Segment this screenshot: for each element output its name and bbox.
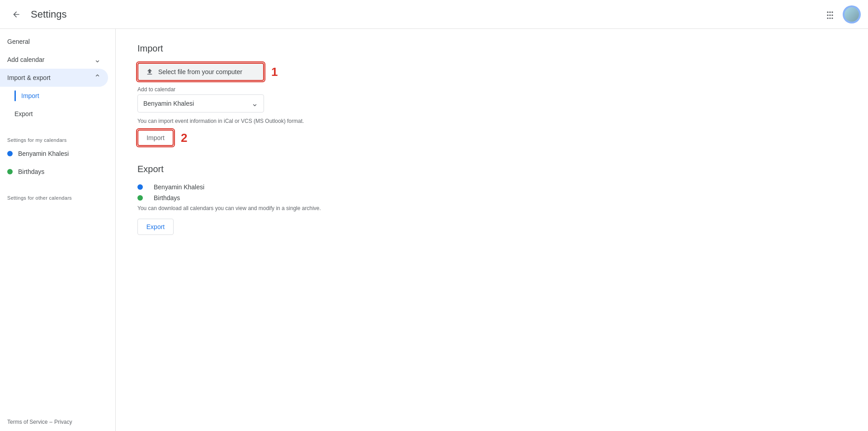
apps-icon[interactable] (821, 5, 839, 23)
export-info-text: You can download all calendars you can v… (137, 205, 846, 211)
layout: General Add calendar ⌄ Import & export ⌃… (0, 29, 868, 431)
dropdown-chevron-icon: ⌄ (251, 98, 258, 108)
select-file-button[interactable]: Select file from your computer (137, 63, 264, 81)
sidebar-subsection-import-export: Import Export (7, 87, 115, 123)
export-section-title: Export (137, 164, 846, 174)
terms-link[interactable]: Terms of Service (7, 419, 47, 425)
topbar-left: Settings (7, 5, 67, 23)
select-file-wrapper: Select file from your computer (137, 63, 264, 81)
privacy-link[interactable]: Privacy (54, 419, 72, 425)
active-indicator (14, 90, 16, 101)
import-info-text: You can import event information in iCal… (137, 118, 846, 124)
avatar-image (844, 7, 859, 22)
sidebar-item-add-calendar[interactable]: Add calendar ⌄ (0, 51, 108, 69)
export-calendar-item-2: Birthdays (137, 194, 846, 201)
upload-icon (146, 68, 154, 76)
chevron-up-icon: ⌃ (94, 73, 101, 83)
annotation-1: 1 (271, 66, 278, 78)
export-calendar-item-1: Benyamin Khalesi (137, 183, 846, 191)
sidebar-item-general[interactable]: General (0, 33, 108, 51)
export-dot-blue (137, 184, 143, 190)
export-section: Export Benyamin Khalesi Birthdays You ca… (137, 164, 846, 235)
import-btn-wrapper: Import (137, 130, 174, 146)
sidebar-item-export[interactable]: Export (7, 105, 108, 123)
sidebar-item-birthdays[interactable]: Birthdays (0, 163, 108, 181)
sidebar-item-import-export[interactable]: Import & export ⌃ (0, 69, 108, 87)
settings-my-calendars-label: Settings for my calendars (0, 130, 115, 145)
annotation-2: 2 (181, 132, 187, 144)
calendar-dot-green (7, 169, 13, 174)
calendar-dot-blue (7, 151, 13, 156)
back-button[interactable] (7, 5, 25, 23)
import-button[interactable]: Import (137, 130, 174, 146)
topbar: Settings (0, 0, 868, 29)
sidebar-item-benyamin[interactable]: Benyamin Khalesi (0, 145, 108, 163)
topbar-right (821, 5, 861, 23)
import-section: Import Select file from your computer 1 (137, 43, 846, 146)
export-dot-green (137, 195, 143, 201)
settings-other-calendars-label: Settings for other calendars (0, 188, 115, 202)
sidebar-item-import[interactable]: Import (7, 87, 108, 105)
sidebar: General Add calendar ⌄ Import & export ⌃… (0, 29, 116, 431)
chevron-down-icon: ⌄ (94, 55, 101, 65)
footer: Terms of Service – Privacy (0, 413, 868, 431)
add-to-calendar-label: Add to calendar (137, 86, 846, 93)
export-button[interactable]: Export (137, 219, 174, 235)
page-title: Settings (31, 9, 67, 20)
main-content: Import Select file from your computer 1 (116, 29, 868, 431)
import-section-title: Import (137, 43, 846, 54)
calendar-select[interactable]: Benyamin Khalesi ⌄ (137, 94, 264, 112)
avatar[interactable] (843, 5, 861, 23)
